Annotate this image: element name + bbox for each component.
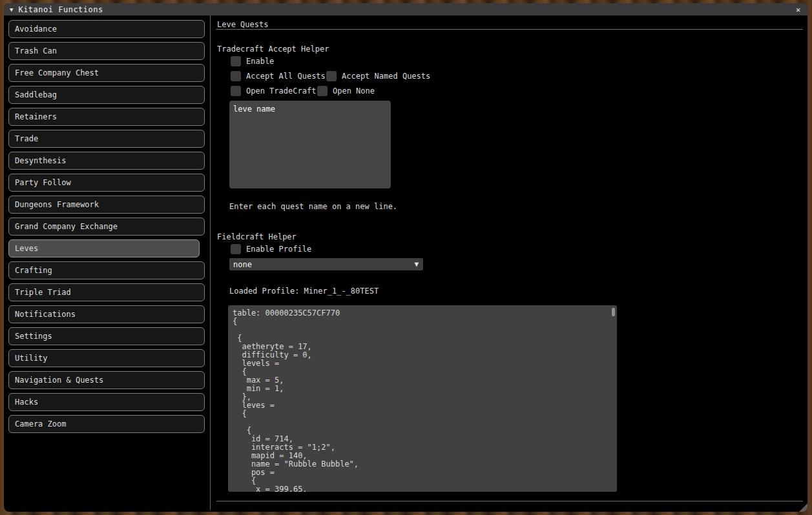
accept-all-quests-checkbox[interactable] <box>231 71 241 81</box>
sidebar-item-trash-can[interactable]: Trash Can <box>8 42 205 60</box>
enable-profile-checkbox-group: Enable Profile <box>231 244 311 254</box>
open-none-checkbox[interactable] <box>317 86 328 96</box>
sidebar-item-retainers[interactable]: Retainers <box>8 108 205 126</box>
sidebar-item-trade[interactable]: Trade <box>8 130 205 148</box>
chevron-down-icon: ▼ <box>414 260 419 268</box>
sidebar-item-settings[interactable]: Settings <box>8 327 205 345</box>
accept-named-quests-label: Accept Named Quests <box>342 72 430 81</box>
enable-label: Enable <box>246 57 274 66</box>
quest-names-input[interactable]: leve name <box>229 101 391 188</box>
enable-checkbox[interactable] <box>231 56 241 66</box>
profile-dropdown[interactable]: none ▼ <box>229 258 423 270</box>
sidebar-item-free-company-chest[interactable]: Free Company Chest <box>8 64 205 82</box>
accept-all-checkbox-group: Accept All Quests <box>231 71 326 81</box>
scrollbar-thumb[interactable] <box>612 308 615 316</box>
bottom-separator <box>216 501 803 501</box>
open-tradecraft-checkbox[interactable] <box>231 86 241 96</box>
title-bar[interactable]: ▼ Kitanoi Functions ✕ <box>4 3 807 15</box>
open-tradecraft-label: Open TradeCraft <box>246 86 316 96</box>
sidebar-item-leves[interactable]: Leves <box>8 239 200 258</box>
open-none-label: Open None <box>333 86 375 96</box>
sidebar-item-crafting[interactable]: Crafting <box>8 261 205 279</box>
open-tradecraft-checkbox-group: Open TradeCraft <box>231 86 316 96</box>
enable-profile-checkbox[interactable] <box>231 244 241 254</box>
accept-named-checkbox-group: Accept Named Quests <box>326 71 430 81</box>
sidebar-item-party-follow[interactable]: Party Follow <box>8 174 205 192</box>
resize-grip[interactable] <box>799 503 807 512</box>
close-icon[interactable]: ✕ <box>793 4 804 15</box>
sidebar-item-notifications[interactable]: Notifications <box>8 305 205 323</box>
fieldcraft-section-title: Fieldcraft Helper <box>217 232 297 241</box>
window-title: Kitanoi Functions <box>18 5 103 14</box>
page-title: Leve Quests <box>217 20 268 29</box>
open-none-checkbox-group: Open None <box>317 86 375 96</box>
collapse-arrow-icon[interactable]: ▼ <box>10 6 13 13</box>
sidebar-item-utility[interactable]: Utility <box>8 349 205 367</box>
accept-named-quests-checkbox[interactable] <box>326 71 337 81</box>
sidebar-divider <box>210 15 211 510</box>
sidebar-item-desynthesis[interactable]: Desynthesis <box>8 152 205 170</box>
sidebar-item-saddlebag[interactable]: Saddlebag <box>8 86 205 104</box>
kitanoi-functions-window: ▼ Kitanoi Functions ✕ Avoidance Trash Ca… <box>4 3 807 512</box>
tradecraft-section-title: Tradecraft Accept Helper <box>217 45 329 54</box>
profile-dump-text: table: 00000235C57CF770 { { aetheryte = … <box>233 309 359 492</box>
sidebar-item-navigation-quests[interactable]: Navigation & Quests <box>8 371 205 389</box>
sidebar-item-dungeons-framework[interactable]: Dungeons Framework <box>8 196 205 214</box>
sidebar-item-hacks[interactable]: Hacks <box>8 393 205 411</box>
header-separator <box>216 29 803 30</box>
profile-dropdown-value: none <box>233 260 252 269</box>
sidebar-item-triple-triad[interactable]: Triple Triad <box>8 283 205 301</box>
profile-dump-box[interactable]: table: 00000235C57CF770 { { aetheryte = … <box>228 305 617 492</box>
sidebar-item-avoidance[interactable]: Avoidance <box>8 20 205 38</box>
quest-names-hint: Enter each quest name on a new line. <box>229 202 397 211</box>
loaded-profile-text: Loaded Profile: Miner_1_-_80TEST <box>229 287 379 296</box>
game-background: ▼ Kitanoi Functions ✕ Avoidance Trash Ca… <box>0 0 812 515</box>
sidebar-item-camera-zoom[interactable]: Camera Zoom <box>8 415 205 433</box>
accept-all-quests-label: Accept All Quests <box>246 72 326 81</box>
enable-checkbox-group: Enable <box>231 56 274 66</box>
sidebar-item-grand-company-exchange[interactable]: Grand Company Exchange <box>8 217 205 236</box>
enable-profile-label: Enable Profile <box>246 245 311 254</box>
